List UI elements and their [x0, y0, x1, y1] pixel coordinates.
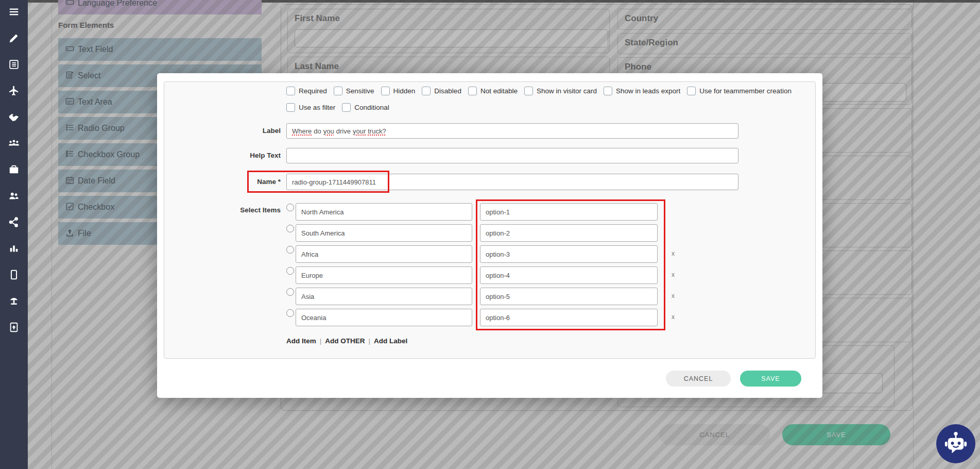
robot-icon: [942, 430, 969, 458]
remove-item-link[interactable]: x: [672, 292, 675, 299]
item-value-input[interactable]: [480, 309, 658, 326]
contacts-icon[interactable]: [8, 190, 20, 202]
team-icon[interactable]: [8, 138, 20, 149]
checkbox[interactable]: [422, 87, 431, 95]
flag-show-in-leads-export[interactable]: Show in leads export: [604, 87, 680, 95]
share-icon[interactable]: [8, 216, 20, 228]
flag-conditional[interactable]: Conditional: [342, 103, 389, 112]
select-item-row: x: [286, 266, 675, 284]
left-nav: [0, 0, 28, 469]
flag-sensitive[interactable]: Sensitive: [334, 87, 374, 95]
item-value-input[interactable]: [480, 288, 658, 305]
select-items-label: Select Items: [157, 206, 281, 214]
remove-item-link[interactable]: x: [672, 271, 675, 278]
modal-cancel-button[interactable]: CANCEL: [666, 371, 731, 387]
flag-not-editable[interactable]: Not editable: [468, 87, 518, 95]
briefcase-icon[interactable]: [8, 164, 20, 175]
item-name-input[interactable]: [296, 245, 472, 263]
flag-use-as-filter[interactable]: Use as filter: [286, 103, 335, 112]
menu-icon[interactable]: [8, 6, 20, 18]
flags-row-1: Required Sensitive Hidden Disabled Not e…: [286, 87, 798, 95]
label-field-label: Label: [157, 127, 281, 135]
item-value-input[interactable]: [480, 203, 658, 221]
select-items-list: x x x x: [286, 203, 675, 330]
flag-disabled[interactable]: Disabled: [422, 87, 461, 95]
radio-button[interactable]: [286, 225, 294, 232]
select-item-row: x: [286, 245, 675, 263]
label-input-value: Wheredoyoudriveyourtruck?: [292, 127, 388, 135]
radio-button[interactable]: [286, 288, 294, 296]
name-field-label: Name *: [157, 178, 281, 186]
label-input[interactable]: Wheredoyoudriveyourtruck?: [286, 123, 738, 139]
item-name-input[interactable]: [296, 203, 472, 221]
checkbox[interactable]: [334, 87, 342, 95]
select-item-row: x: [286, 309, 675, 326]
chat-widget-button[interactable]: [936, 424, 975, 463]
checkbox[interactable]: [687, 87, 696, 95]
radio-button[interactable]: [286, 246, 294, 254]
checkbox[interactable]: [381, 87, 390, 95]
modal-save-button[interactable]: SAVE: [740, 371, 801, 387]
flag-hidden[interactable]: Hidden: [381, 87, 416, 95]
handshake-icon[interactable]: [8, 111, 20, 123]
checkbox[interactable]: [286, 103, 295, 112]
item-name-input[interactable]: [296, 288, 472, 305]
item-value-input[interactable]: [480, 245, 658, 263]
add-links: Add Item|Add OTHER|Add Label: [286, 337, 407, 345]
item-name-input[interactable]: [296, 224, 472, 242]
select-item-row: [286, 203, 675, 221]
checkbox[interactable]: [468, 87, 477, 95]
pencil-icon[interactable]: [8, 32, 20, 44]
flag-show-in-visitor-card[interactable]: Show in visitor card: [524, 87, 597, 95]
plane-icon[interactable]: [8, 85, 20, 96]
flag-use-for-teammember-creation[interactable]: Use for teammember creation: [687, 87, 792, 95]
select-item-row: x: [286, 288, 675, 305]
flag-required[interactable]: Required: [286, 87, 327, 95]
file-export-icon[interactable]: [8, 322, 20, 333]
item-value-input[interactable]: [480, 266, 658, 284]
mobile-icon[interactable]: [8, 269, 20, 280]
checkbox[interactable]: [342, 103, 351, 112]
booth-icon[interactable]: [8, 295, 20, 307]
form-icon[interactable]: [8, 59, 20, 70]
name-input[interactable]: [286, 174, 738, 190]
radio-button[interactable]: [286, 309, 294, 317]
item-value-input[interactable]: [480, 224, 658, 242]
remove-item-link[interactable]: x: [672, 313, 675, 321]
flags-row-2: Use as filter Conditional: [286, 103, 396, 112]
add-label-link[interactable]: Add Label: [374, 337, 407, 345]
chart-icon[interactable]: [8, 243, 20, 254]
help-text-input[interactable]: [286, 148, 738, 163]
checkbox[interactable]: [286, 87, 295, 95]
item-name-input[interactable]: [296, 266, 472, 284]
checkbox[interactable]: [524, 87, 533, 95]
item-name-input[interactable]: [296, 309, 472, 326]
radio-button[interactable]: [286, 204, 294, 211]
add-other-link[interactable]: Add OTHER: [325, 337, 365, 345]
help-text-label: Help Text: [157, 152, 281, 159]
checkbox[interactable]: [604, 87, 612, 95]
remove-item-link[interactable]: x: [672, 250, 675, 257]
radio-button[interactable]: [286, 267, 294, 275]
select-item-row: [286, 224, 675, 242]
field-settings-modal: Required Sensitive Hidden Disabled Not e…: [157, 73, 822, 398]
add-item-link[interactable]: Add Item: [286, 337, 316, 345]
